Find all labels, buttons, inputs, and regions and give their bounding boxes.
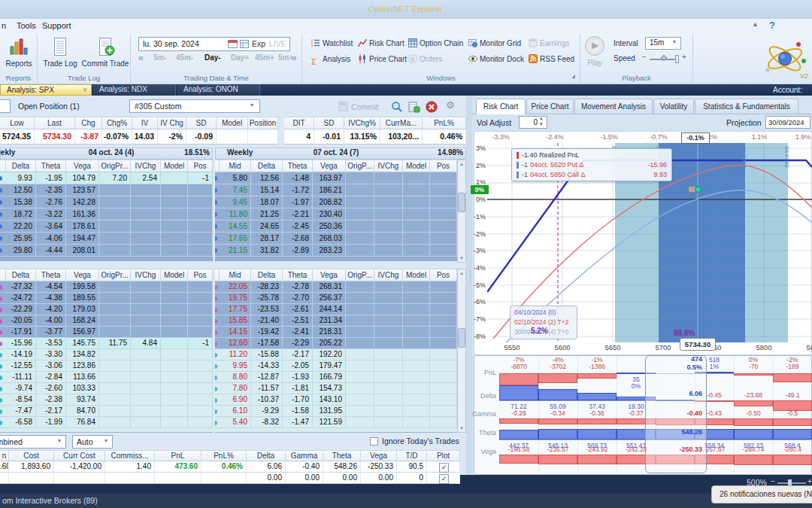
plot-checkbox[interactable]: ✓ bbox=[439, 463, 449, 473]
cell[interactable] bbox=[188, 372, 213, 383]
cell[interactable] bbox=[99, 281, 131, 293]
cell[interactable] bbox=[374, 184, 403, 196]
summary-cell[interactable]: 90.5 bbox=[397, 461, 427, 473]
cell[interactable]: -17.91 bbox=[6, 327, 36, 338]
summary-cell[interactable] bbox=[201, 473, 247, 484]
cell[interactable]: 12.50 bbox=[6, 184, 36, 196]
commit-button[interactable]: Commit bbox=[351, 102, 378, 111]
summary-cell[interactable]: -0.40 bbox=[286, 461, 323, 473]
cell[interactable]: -1.81 bbox=[283, 383, 313, 394]
cell[interactable] bbox=[403, 233, 430, 245]
cell[interactable] bbox=[131, 281, 161, 293]
cell[interactable] bbox=[403, 394, 430, 406]
reports-icon[interactable] bbox=[9, 38, 29, 56]
cell[interactable] bbox=[161, 208, 188, 221]
cell[interactable] bbox=[99, 406, 131, 417]
current-price-box[interactable]: 5734.30 bbox=[680, 338, 716, 351]
cell[interactable]: 161.36 bbox=[66, 208, 99, 221]
cell[interactable]: -14.33 bbox=[251, 360, 283, 372]
cell[interactable] bbox=[346, 383, 374, 394]
cell[interactable]: 230.40 bbox=[313, 208, 346, 221]
risk-chart-icon[interactable] bbox=[358, 38, 368, 48]
time-step-day+[interactable]: Day+ bbox=[231, 53, 256, 63]
exp-label[interactable]: Exp bbox=[252, 39, 265, 48]
cell[interactable] bbox=[346, 281, 374, 293]
summary-cell[interactable] bbox=[9, 473, 54, 484]
cell[interactable]: 208.82 bbox=[313, 196, 346, 208]
gear-icon[interactable]: ⚙ bbox=[446, 99, 455, 111]
cell[interactable] bbox=[161, 349, 188, 360]
combined-dropdown[interactable]: Combined ▾ bbox=[0, 435, 66, 449]
position-stat-header[interactable]: PnL% bbox=[423, 117, 466, 129]
cell[interactable]: -2.70 bbox=[283, 293, 313, 304]
cell[interactable] bbox=[430, 372, 457, 383]
cell[interactable] bbox=[161, 245, 188, 257]
cell[interactable] bbox=[99, 315, 131, 327]
quote-header-sd[interactable]: SD bbox=[186, 117, 217, 129]
earnings-icon[interactable] bbox=[529, 38, 538, 48]
cell[interactable]: 15.85 bbox=[220, 315, 251, 327]
cell[interactable] bbox=[188, 281, 213, 293]
cell[interactable] bbox=[374, 245, 403, 257]
summary-header-currcost[interactable]: Curr Cost bbox=[54, 450, 105, 461]
summary-header-gamma[interactable]: Gamma bbox=[286, 450, 323, 461]
cell[interactable]: -2.41 bbox=[283, 327, 313, 338]
cell[interactable]: -27.32 bbox=[6, 281, 36, 293]
cell[interactable]: 142.28 bbox=[66, 196, 99, 208]
cell[interactable]: 189.55 bbox=[66, 293, 99, 304]
panel-splitter[interactable] bbox=[466, 96, 472, 485]
cell[interactable] bbox=[161, 221, 188, 233]
speed-minus-icon[interactable]: − bbox=[642, 53, 647, 61]
cell[interactable]: -24.72 bbox=[6, 293, 36, 304]
cell[interactable] bbox=[188, 349, 213, 360]
price-chart-icon[interactable] bbox=[358, 54, 368, 64]
cell[interactable]: -2.78 bbox=[283, 281, 313, 293]
time-step-5m-[interactable]: 5m- bbox=[153, 53, 179, 63]
cell[interactable] bbox=[403, 221, 430, 233]
cell[interactable] bbox=[188, 327, 213, 338]
column-header-mid[interactable]: Mid bbox=[220, 269, 251, 281]
time-picker-icon[interactable] bbox=[240, 40, 249, 48]
cell[interactable] bbox=[346, 233, 374, 245]
column-header-ivchg[interactable]: IVChg bbox=[374, 160, 403, 172]
cell[interactable]: -2.84 bbox=[36, 372, 66, 383]
cell[interactable] bbox=[99, 304, 131, 315]
watchlist-icon[interactable] bbox=[311, 38, 321, 48]
cell[interactable]: 194.47 bbox=[66, 233, 99, 245]
cell[interactable]: -3.53 bbox=[36, 338, 66, 349]
cell[interactable]: -3.77 bbox=[36, 327, 66, 338]
cell[interactable] bbox=[374, 293, 403, 304]
quote-header-iv[interactable]: IV bbox=[132, 117, 158, 129]
calendar-icon[interactable] bbox=[228, 40, 238, 48]
cell[interactable] bbox=[161, 196, 188, 208]
quote-header-last[interactable]: Last bbox=[35, 117, 75, 129]
summary-cell[interactable] bbox=[0, 473, 9, 484]
cell[interactable] bbox=[403, 349, 430, 360]
option-chain-icon[interactable] bbox=[408, 38, 418, 48]
cell[interactable] bbox=[161, 394, 188, 406]
cell[interactable] bbox=[131, 221, 161, 233]
earnings-button[interactable]: Earnings bbox=[540, 39, 592, 48]
summary-cell[interactable]: 0.00 bbox=[323, 473, 361, 484]
cell[interactable]: 9.93 bbox=[6, 172, 36, 184]
summary-header-vega[interactable]: Vega bbox=[361, 450, 397, 461]
cell[interactable]: -6.58 bbox=[6, 417, 36, 428]
cell[interactable]: 14.55 bbox=[220, 221, 251, 233]
cell[interactable]: 9.45 bbox=[220, 196, 251, 208]
cell[interactable] bbox=[374, 315, 403, 327]
cell[interactable] bbox=[403, 196, 430, 208]
cell[interactable]: 123.57 bbox=[66, 184, 99, 196]
cell[interactable] bbox=[374, 233, 403, 245]
cell[interactable] bbox=[346, 338, 374, 349]
cell[interactable]: -12.55 bbox=[6, 360, 36, 372]
cell[interactable]: 208.01 bbox=[66, 245, 99, 257]
cell[interactable]: -21.40 bbox=[251, 315, 283, 327]
cell[interactable] bbox=[188, 233, 213, 245]
cell[interactable]: -7.47 bbox=[6, 406, 36, 417]
summary-cell[interactable]: 0.00 bbox=[361, 473, 397, 484]
summary-cell[interactable]: 0.46% bbox=[201, 461, 247, 473]
cell[interactable]: 6.90 bbox=[220, 394, 251, 406]
menu-item-clipped[interactable]: n bbox=[2, 21, 6, 30]
cell[interactable]: 179.47 bbox=[313, 360, 346, 372]
column-header-model[interactable]: Model bbox=[403, 160, 430, 172]
